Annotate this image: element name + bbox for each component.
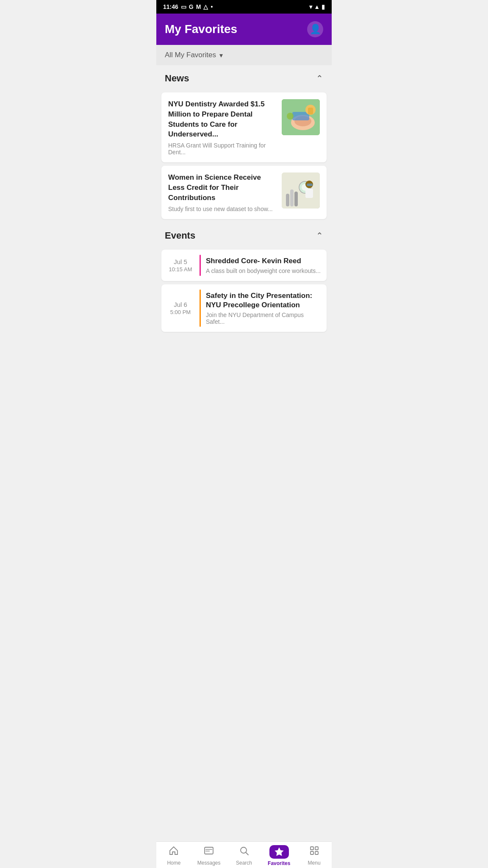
drive-status-icon: △ [203,3,208,10]
event-card-2[interactable]: Jul 6 5:00 PM Safety in the City Present… [161,284,327,332]
status-right: ▾ ▲ ▮ [309,3,325,10]
status-left: 11:46 ▭ G M △ • [163,3,213,10]
svg-rect-16 [305,189,313,198]
news-card-1-image [282,99,320,135]
time-display: 11:46 [163,3,178,10]
event-card-2-time: 5:00 PM [170,309,191,315]
signal-icon: ▲ [314,3,320,10]
event-card-1[interactable]: Jul 5 10:15 AM Shredded Core- Kevin Reed… [161,250,327,281]
news-card-2-image [282,172,320,209]
news-section-header[interactable]: News ⌃ [156,65,332,89]
news-collapse-icon[interactable]: ⌃ [316,73,323,83]
event-card-1-date: Jul 5 10:15 AM [161,250,200,281]
dot-status-icon: • [211,3,213,10]
event-card-1-content: Shredded Core- Kevin Reed A class built … [201,250,327,281]
event-card-2-date: Jul 6 5:00 PM [161,284,200,332]
user-avatar-button[interactable]: 👤 [307,21,323,37]
svg-rect-17 [307,184,313,186]
svg-rect-11 [294,192,298,206]
event-card-1-month: Jul 5 [174,258,187,265]
filter-bar[interactable]: All My Favorites ▾ [156,45,332,65]
event-card-1-title: Shredded Core- Kevin Reed [206,256,322,266]
news-section: News ⌃ NYU Dentistry Awarded $1.5 Millio… [156,65,332,219]
news-card-2-content: Women in Science Receive Less Credit for… [168,172,277,212]
filter-label: All My Favorites [165,51,216,59]
svg-rect-6 [308,108,313,114]
news-card-1[interactable]: NYU Dentistry Awarded $1.5 Million to Pr… [161,92,327,162]
page-title: My Favorites [165,22,237,36]
svg-point-7 [287,113,294,120]
header: My Favorites 👤 [156,14,332,45]
event-card-1-time: 10:15 AM [169,266,192,273]
filter-chevron-icon: ▾ [219,51,223,59]
wifi-icon: ▾ [309,3,312,10]
event-card-1-desc: A class built on bodyweight core workout… [206,267,322,274]
events-section-title: Events [165,230,195,241]
news-card-1-title: NYU Dentistry Awarded $1.5 Million to Pr… [168,99,277,139]
news-card-2-subtitle: Study first to use new dataset to show..… [168,206,277,212]
event-card-2-content: Safety in the City Presentation: NYU Pre… [201,284,327,332]
event-card-2-desc: Join the NYU Department of Campus Safet.… [206,312,322,325]
news-section-title: News [165,73,189,84]
google-status-icon: G [189,3,194,10]
svg-rect-9 [286,194,289,206]
svg-rect-10 [290,189,294,206]
message-status-icon: ▭ [181,3,186,10]
status-bar: 11:46 ▭ G M △ • ▾ ▲ ▮ [156,0,332,14]
news-card-2-title: Women in Science Receive Less Credit for… [168,172,277,203]
event-card-2-title: Safety in the City Presentation: NYU Pre… [206,291,322,310]
news-card-1-subtitle: HRSA Grant Will Support Training for Den… [168,142,277,156]
events-section: Events ⌃ Jul 5 10:15 AM Shredded Core- K… [156,223,332,332]
svg-rect-4 [292,112,309,120]
event-card-2-month: Jul 6 [174,301,187,308]
news-card-2[interactable]: Women in Science Receive Less Credit for… [161,166,327,219]
gmail-status-icon: M [196,3,201,10]
avatar-icon: 👤 [310,24,321,35]
events-collapse-icon[interactable]: ⌃ [316,231,323,241]
events-section-header[interactable]: Events ⌃ [156,223,332,246]
battery-icon: ▮ [322,3,325,10]
news-card-1-content: NYU Dentistry Awarded $1.5 Million to Pr… [168,99,277,156]
